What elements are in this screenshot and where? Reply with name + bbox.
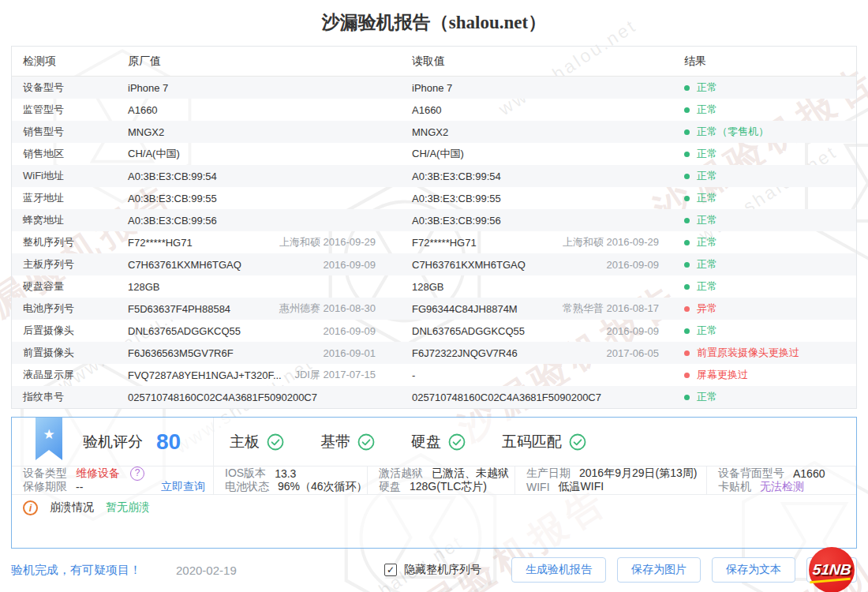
table-row: 后置摄像头 DNL63765ADGGKCQ55 2016-09-09 DNL63… — [12, 320, 856, 342]
factory-note: 2016-09-09 — [324, 325, 376, 337]
crash-status: 暂无崩溃 — [106, 500, 150, 515]
status-text: 正常 — [697, 213, 717, 227]
detail-value: A1660 — [793, 467, 825, 480]
read-note: 上海和硕 2016-09-29 — [563, 235, 659, 249]
status-dot-icon — [684, 129, 690, 135]
detail-label: 激活越狱 — [379, 466, 423, 481]
star-icon: ★ — [43, 426, 54, 460]
check-item: 硬盘 — [411, 432, 466, 452]
factory-value-cell: 025710748160C02C4A3681F5090200C7 — [128, 392, 412, 403]
read-value: A0:3B:E3:CB:99:56 — [412, 215, 501, 227]
factory-value-cell: A1660 — [128, 104, 412, 116]
status-dot-icon — [684, 152, 690, 157]
score-label: 验机评分 — [83, 432, 143, 452]
detail-label: 电池状态 — [225, 481, 269, 495]
save-as-text-button[interactable]: 保存为文本 — [712, 557, 795, 583]
status-dot-icon — [684, 240, 690, 245]
table-row: WiFi地址 A0:3B:E3:CB:99:54 A0:3B:E3:CB:99:… — [12, 165, 856, 187]
check-label: 基带 — [320, 432, 350, 452]
row-label: 电池序列号 — [12, 302, 128, 316]
factory-value-cell: iPhone 7 — [128, 82, 412, 94]
detail-cell: 设备类型 维修设备 ? — [12, 466, 214, 481]
detail-label: 保修期限 — [23, 481, 67, 495]
hide-serial-label: 隐藏整机序列号 — [404, 563, 481, 577]
detail-cell: 保修期限 -- 立即查询 — [12, 481, 214, 495]
read-value-cell: A1660 — [412, 104, 678, 116]
factory-value-cell: F6J636563M5GV7R6F 2016-09-01 — [128, 347, 412, 359]
result-cell: 异常 — [678, 302, 856, 316]
read-value-cell: - — [412, 369, 678, 381]
table-row: 主板序列号 C7H63761KXMH6TGAQ 2016-09-09 C7H63… — [12, 253, 856, 275]
detail-label: 生产日期 — [526, 466, 571, 481]
check-item: 五码匹配 — [502, 432, 586, 452]
factory-value-cell: MNGX2 — [128, 126, 412, 138]
factory-value: F6J636563M5GV7R6F — [128, 347, 234, 359]
score-value: 80 — [156, 429, 181, 455]
generate-report-button[interactable]: 生成验机报告 — [511, 557, 606, 583]
status-dot-icon — [684, 373, 690, 378]
row-label: 销售地区 — [12, 147, 128, 161]
read-value: DNL63765ADGGKCQ55 — [412, 325, 525, 337]
table-body: 设备型号 iPhone 7 iPhone 7 正常 — [12, 77, 856, 408]
51nb-logo-text: 51NB — [812, 561, 852, 579]
factory-value: C7H63761KXMH6TGAQ — [128, 259, 241, 271]
status-text: 正常（零售机） — [697, 125, 769, 139]
read-value-cell: DNL63765ADGGKCQ55 2016-09-09 — [412, 325, 678, 337]
status-dot-icon — [684, 174, 690, 179]
row-label: WiFi地址 — [12, 169, 128, 183]
table-row: 销售地区 CH/A(中国) CH/A(中国) 正常 — [12, 143, 856, 165]
factory-value-cell: CH/A(中国) — [128, 147, 412, 161]
read-value: iPhone 7 — [412, 82, 452, 94]
result-cell: 正常 — [678, 213, 856, 227]
table-row: 设备型号 iPhone 7 iPhone 7 正常 — [12, 77, 856, 99]
header-result: 结果 — [678, 54, 856, 69]
read-value: C7H63761KXMH6TGAQ — [412, 259, 526, 271]
save-as-image-button[interactable]: 保存为图片 — [617, 557, 701, 583]
check-label: 硬盘 — [411, 432, 441, 452]
status-text: 异常 — [697, 302, 717, 316]
read-value-cell: C7H63761KXMH6TGAQ 2016-09-09 — [412, 259, 678, 271]
detail-label: 设备类型 — [23, 466, 67, 481]
detail-label: 硬盘 — [379, 481, 401, 495]
factory-note: 2016-09-09 — [324, 259, 376, 271]
detail-cell: 生产日期 2016年9月29日(第13周) — [515, 466, 707, 481]
details-grid: 设备类型 维修设备 ? IOS版本 13.3 激活越狱 — [12, 466, 856, 495]
circle-check-icon — [357, 433, 375, 451]
table-header-row: 检测项 原厂值 读取值 结果 — [12, 47, 856, 77]
table-row: 蓝牙地址 A0:3B:E3:CB:99:55 A0:3B:E3:CB:99:55… — [12, 187, 856, 209]
detail-value: 已激活、未越狱 — [432, 466, 509, 481]
query-now-link[interactable]: 立即查询 — [161, 481, 205, 495]
header-factory-value: 原厂值 — [128, 54, 412, 69]
status-text: 正常 — [697, 235, 717, 249]
factory-value: F5D63637F4PH88584 — [128, 303, 230, 315]
row-label: 主板序列号 — [12, 257, 128, 272]
factory-value: F72*****HG71 — [128, 237, 193, 249]
report-date: 2020-02-19 — [176, 564, 237, 577]
hide-serial-checkbox[interactable]: ✓ — [384, 564, 397, 576]
factory-value: CH/A(中国) — [128, 147, 180, 161]
read-value: 128GB — [412, 281, 443, 293]
factory-note: 2016-09-01 — [324, 347, 376, 359]
detail-label: IOS版本 — [225, 466, 266, 481]
table-row: 硬盘容量 128GB 128GB 正常 — [12, 275, 856, 298]
51nb-logo[interactable]: 51NB — [809, 547, 855, 592]
row-label: 指纹串号 — [12, 390, 128, 404]
read-value: F6J72322JNQGV7R46 — [412, 347, 518, 359]
row-label: 后置摄像头 — [12, 324, 128, 338]
table-row: 监管型号 A1660 A1660 正常 — [12, 99, 856, 121]
read-value-cell: MNGX2 — [412, 126, 678, 138]
status-text: 前置原装摄像头更换过 — [697, 346, 799, 360]
result-cell: 正常 — [678, 390, 856, 404]
question-help-icon[interactable]: ? — [130, 466, 144, 481]
factory-value: 128GB — [128, 281, 159, 293]
status-text: 正常 — [697, 169, 717, 183]
row-label: 监管型号 — [12, 103, 128, 117]
crash-label: 崩溃情况 — [50, 500, 94, 515]
factory-value-cell: C7H63761KXMH6TGAQ 2016-09-09 — [128, 259, 412, 271]
row-label: 销售型号 — [12, 125, 128, 139]
result-cell: 正常 — [678, 235, 856, 249]
read-value: CH/A(中国) — [412, 147, 464, 161]
report-window: 沙漏验机报告 沙漏验机报告 沙漏验机报告 沙漏验机报告 沙漏验机报告 www.s… — [0, 0, 868, 592]
factory-value-cell: A0:3B:E3:CB:99:56 — [128, 215, 412, 227]
detail-label: 设备背面型号 — [718, 466, 784, 481]
